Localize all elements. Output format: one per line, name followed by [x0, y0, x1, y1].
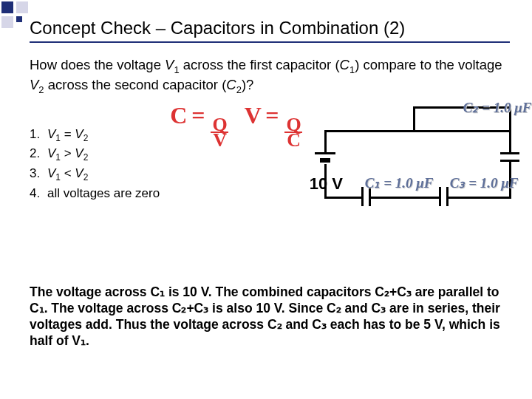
question-text: How does the voltage V1 across the first…	[30, 56, 510, 96]
handwritten-eq-1: C = QV	[170, 102, 228, 219]
source-voltage-label: 10 V	[310, 174, 343, 194]
answer-options: 1.V1 = V2 2.V1 > V2 3.V1 < V2 4.all volt…	[30, 106, 160, 219]
page-title: Concept Check – Capacitors in Combinatio…	[30, 18, 510, 43]
handwritten-eq-2: V = QC	[245, 102, 302, 219]
explanation-text: The voltage across C₁ is 10 V. The combi…	[30, 284, 510, 349]
c3-label: C₃ = 1.0 μF	[450, 174, 519, 191]
c1-label: C₁ = 1.0 μF	[365, 174, 434, 191]
circuit-diagram: 10 V C₁ = 1.0 μF C₂ = 1.0 μF C₃ = 1.0 μF	[302, 100, 510, 219]
c2-label: C₂ = 1.0 μF	[463, 99, 532, 116]
